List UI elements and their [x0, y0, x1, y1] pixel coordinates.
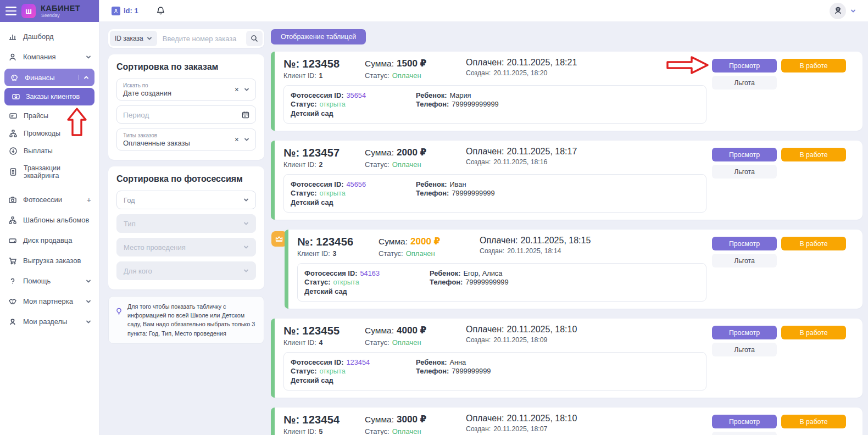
plus-icon[interactable]: + [87, 196, 91, 204]
view-button[interactable]: Просмотр [712, 326, 777, 339]
search-by-field[interactable]: Искать по Дате создания × [116, 79, 256, 101]
search-button[interactable] [246, 31, 263, 46]
disk-icon [8, 236, 17, 245]
photosession-details: Фотосессия ID:45656 Статус:открыта Детск… [283, 174, 706, 213]
order-number: №:123454 [283, 414, 356, 426]
sidebar-item-company[interactable]: Компания [0, 47, 99, 67]
sidebar-item-finance[interactable]: Финансы [4, 69, 94, 86]
benefit-button[interactable]: Льгота [712, 254, 777, 267]
view-button[interactable]: Просмотр [712, 415, 777, 428]
photosession-id-link[interactable]: 54163 [360, 269, 380, 277]
sidebar-item-payouts[interactable]: Выплаты [0, 142, 99, 160]
sidebar-item-acquiring[interactable]: Транзакции эквайринга [0, 160, 99, 184]
sidebar-item-label: Компания [23, 53, 56, 61]
sidebar-item-label: Шаблоны альбомов [23, 216, 89, 224]
child-name: Ребенок:Мария [416, 91, 699, 99]
benefit-button[interactable]: Льгота [712, 165, 777, 179]
sidebar-item-orders-export[interactable]: Выгрузка заказов [0, 250, 99, 271]
for-whom-select: Для кого [116, 261, 256, 280]
order-status: Статус:Оплачен [365, 427, 461, 435]
sidebar-item-prices[interactable]: Прайсы [0, 107, 99, 125]
camera-icon [8, 195, 17, 204]
order-status: Статус:Оплачен [379, 249, 475, 258]
id-card-icon [112, 7, 120, 15]
sidebar: ш КАБИНЕТ Seenday Дашборд Компания [0, 0, 99, 435]
order-types-field[interactable]: Типы заказов Оплаченные заказы × [116, 129, 256, 150]
in-work-button[interactable]: В работе [781, 148, 846, 161]
search-type-value: ID заказа [115, 35, 143, 42]
paid-status-bar [285, 230, 288, 309]
benefit-button[interactable]: Льгота [712, 76, 777, 90]
sidebar-item-label: Выплаты [24, 147, 53, 155]
sidebar-item-label: Прайсы [24, 112, 48, 120]
order-sum: Сумма:2000 ₽ [379, 236, 475, 247]
sidebar-item-client-orders[interactable]: Заказы клиентов [4, 88, 94, 105]
created-date: Создан:20.11.2025, 18:07 [466, 425, 706, 433]
cart-icon [8, 256, 17, 265]
chevron-down-icon[interactable] [850, 6, 856, 16]
view-button[interactable]: Просмотр [712, 237, 777, 250]
clear-icon[interactable]: × [235, 86, 239, 93]
order-status: Статус:Оплачен [365, 338, 461, 347]
benefit-button[interactable]: Льгота [712, 432, 777, 435]
search-by-label: Искать по [123, 82, 235, 88]
in-work-button[interactable]: В работе [781, 59, 846, 72]
hamburger-menu-icon[interactable] [5, 7, 16, 15]
photosession-status: Статус:открыта [291, 100, 416, 108]
user-avatar[interactable] [830, 3, 846, 19]
orders-list: Отображение таблицей №:123458 Клиент ID:… [271, 29, 863, 435]
sidebar-item-my-partner[interactable]: Моя партнерка [0, 291, 99, 311]
chevron-down-icon [86, 54, 91, 60]
paid-date: Оплачен:20.11.2025, 18:21 [466, 58, 706, 68]
topbar: id: 1 [99, 0, 868, 22]
benefit-button[interactable]: Льгота [712, 343, 777, 356]
in-work-button[interactable]: В работе [781, 326, 846, 339]
clear-icon[interactable]: × [235, 136, 239, 143]
chevron-up-icon[interactable] [78, 75, 89, 80]
order-status: Статус:Оплачен [365, 71, 461, 80]
calendar-icon[interactable] [242, 111, 249, 119]
chevron-down-icon [86, 278, 91, 284]
chevron-down-icon[interactable] [244, 85, 249, 94]
search-input[interactable] [157, 35, 246, 43]
view-button[interactable]: Просмотр [712, 59, 777, 72]
chevron-down-icon[interactable] [244, 135, 249, 144]
order-card: №:123458 Клиент ID:1 Сумма:1500 ₽ Статус… [271, 52, 863, 131]
search-by-value: Дате создания [123, 89, 235, 97]
photosession-place: Детский сад [291, 198, 416, 207]
sidebar-item-dashboard[interactable]: Дашборд [0, 26, 99, 47]
sitemap-icon [9, 129, 18, 138]
notifications-bell-icon[interactable] [156, 6, 165, 16]
photosession-id: Фотосессия ID:45656 [291, 180, 416, 188]
brand-header: ш КАБИНЕТ Seenday [0, 0, 99, 22]
sidebar-nav: Дашборд Компания Финансы [0, 22, 99, 332]
price-card-icon [9, 111, 18, 120]
created-date: Создан:20.11.2025, 18:09 [466, 336, 706, 344]
orders-sort-card: Сортировка по заказам Искать по Дате соз… [108, 54, 264, 160]
in-work-button[interactable]: В работе [781, 237, 846, 250]
sidebar-item-help[interactable]: Помощь [0, 271, 99, 291]
sidebar-item-label: Моя партнерка [23, 297, 73, 305]
table-view-button[interactable]: Отображение таблицей [271, 29, 366, 44]
user-id-badge[interactable]: id: 1 [112, 7, 138, 15]
period-field[interactable]: Период [116, 105, 256, 124]
year-select[interactable]: Год [116, 191, 256, 209]
sidebar-item-photosessions[interactable]: Фотосессии + [0, 189, 99, 210]
paid-date: Оплачен:20.11.2025, 18:15 [480, 236, 706, 246]
photosession-id-link[interactable]: 45656 [346, 180, 366, 188]
photosession-id-link[interactable]: 35654 [346, 91, 366, 99]
sidebar-item-album-templates[interactable]: Шаблоны альбомов [0, 210, 99, 230]
piggy-bank-icon [10, 73, 19, 82]
view-button[interactable]: Просмотр [712, 148, 777, 161]
sidebar-item-label: Фотосессии [23, 196, 62, 204]
order-number: №:123456 [297, 236, 370, 248]
in-work-button[interactable]: В работе [781, 415, 846, 428]
photosession-id-link[interactable]: 123454 [346, 358, 370, 366]
sidebar-item-seller-disk[interactable]: Диск продавца [0, 230, 99, 250]
order-number: №:123457 [283, 147, 356, 159]
year-placeholder: Год [124, 196, 135, 204]
person-icon [8, 52, 17, 62]
sidebar-item-my-sections[interactable]: Мои разделы [0, 311, 99, 332]
search-type-dropdown[interactable]: ID заказа [110, 31, 157, 46]
sidebar-item-promocodes[interactable]: Промокоды [0, 125, 99, 142]
